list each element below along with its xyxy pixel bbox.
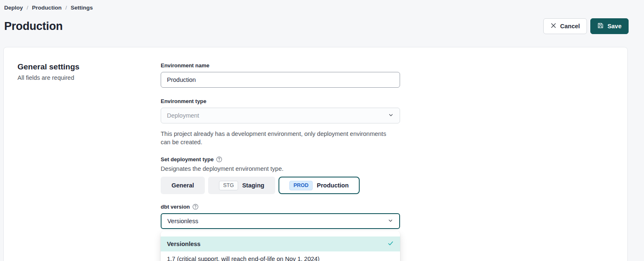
top-bar: Deploy / Production / Settings Productio… bbox=[0, 0, 644, 34]
dbt-version-field: dbt version Versionless Versionless bbox=[161, 204, 400, 229]
environment-type-value: Deployment bbox=[167, 112, 199, 119]
page-title: Production bbox=[4, 20, 63, 33]
chevron-down-icon bbox=[388, 218, 393, 225]
save-button[interactable]: Save bbox=[590, 18, 629, 34]
deployment-type-label-row: Set deployment type bbox=[161, 156, 400, 163]
header-actions: Cancel Save bbox=[543, 18, 629, 34]
cancel-button-label: Cancel bbox=[560, 23, 580, 30]
deployment-type-staging-label: Staging bbox=[242, 182, 264, 189]
breadcrumb: Deploy / Production / Settings bbox=[4, 4, 629, 11]
deployment-type-label: Set deployment type bbox=[161, 156, 214, 163]
dbt-version-dropdown: Versionless 1.7 (critical support, will … bbox=[161, 231, 400, 261]
cancel-button[interactable]: Cancel bbox=[543, 18, 587, 34]
breadcrumb-separator: / bbox=[65, 5, 67, 11]
prod-badge: PROD bbox=[289, 181, 313, 190]
deployment-type-general-button[interactable]: General bbox=[161, 177, 205, 194]
environment-type-label: Environment type bbox=[161, 98, 400, 104]
close-icon bbox=[550, 22, 557, 30]
deployment-type-staging-button[interactable]: STG Staging bbox=[208, 177, 275, 194]
help-circle-icon[interactable] bbox=[216, 156, 222, 163]
check-icon bbox=[388, 240, 394, 248]
deployment-type-production-button[interactable]: PROD Production bbox=[278, 177, 360, 194]
save-button-label: Save bbox=[607, 23, 622, 30]
environment-type-helper: This project already has a development e… bbox=[161, 130, 388, 146]
deployment-type-production-label: Production bbox=[317, 182, 349, 189]
environment-name-input[interactable] bbox=[161, 72, 400, 88]
settings-form: Environment name Environment type Deploy… bbox=[161, 62, 400, 254]
dbt-version-value: Versionless bbox=[167, 218, 198, 224]
dropdown-option-1-7[interactable]: 1.7 (critical support, will reach end-of… bbox=[161, 251, 400, 261]
dropdown-option-versionless[interactable]: Versionless bbox=[161, 236, 400, 251]
breadcrumb-deploy[interactable]: Deploy bbox=[4, 5, 23, 11]
dbt-version-label-row: dbt version bbox=[161, 204, 400, 210]
deployment-type-description: Designates the deployment environment ty… bbox=[161, 165, 400, 172]
section-heading: General settings bbox=[17, 62, 161, 71]
deployment-type-button-group: General STG Staging PROD Production bbox=[161, 177, 400, 194]
settings-section-intro: General settings All fields are required bbox=[17, 62, 161, 254]
staging-badge: STG bbox=[219, 181, 238, 190]
section-subheading: All fields are required bbox=[17, 74, 161, 81]
breadcrumb-production[interactable]: Production bbox=[32, 5, 62, 11]
save-floppy-icon bbox=[597, 22, 604, 30]
deployment-type-general-label: General bbox=[172, 182, 194, 189]
dbt-version-select[interactable]: Versionless bbox=[161, 213, 400, 229]
dropdown-option-label: Versionless bbox=[167, 241, 201, 247]
page-header: Production Cancel Save bbox=[4, 18, 629, 34]
general-settings-card: General settings All fields are required… bbox=[3, 47, 628, 261]
deployment-type-field: Set deployment type Designates the deplo… bbox=[161, 156, 400, 194]
chevron-down-icon bbox=[388, 112, 394, 119]
dbt-version-label: dbt version bbox=[161, 204, 190, 210]
help-circle-icon[interactable] bbox=[192, 204, 199, 210]
breadcrumb-settings[interactable]: Settings bbox=[71, 5, 93, 11]
environment-type-field: Environment type Deployment This project… bbox=[161, 98, 400, 146]
dropdown-option-label: 1.7 (critical support, will reach end-of… bbox=[167, 256, 320, 261]
environment-type-select[interactable]: Deployment bbox=[161, 108, 400, 123]
environment-name-label: Environment name bbox=[161, 62, 400, 69]
environment-name-field: Environment name bbox=[161, 62, 400, 88]
breadcrumb-separator: / bbox=[27, 5, 28, 11]
